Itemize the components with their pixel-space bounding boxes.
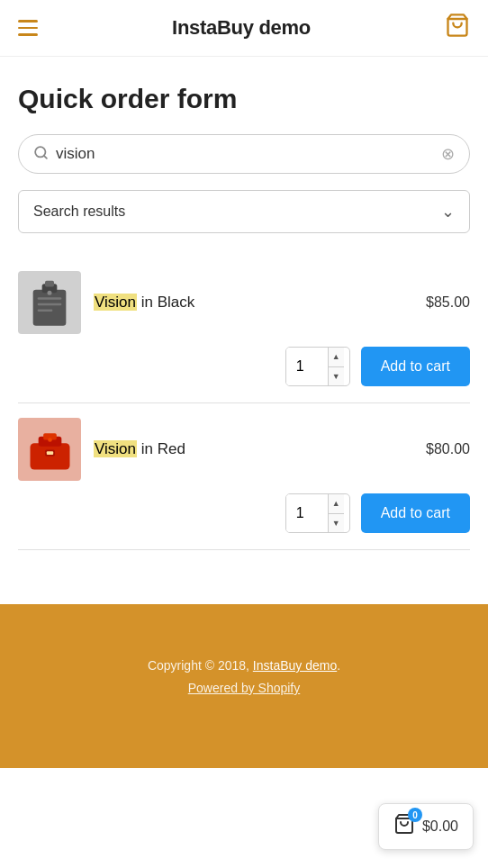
product-price: $85.00 — [426, 294, 470, 311]
product-name: Vision in Black — [94, 294, 194, 311]
svg-rect-3 — [33, 290, 67, 326]
search-results-dropdown[interactable]: Search results ⌄ — [18, 190, 470, 233]
search-clear-button[interactable]: ⊗ — [441, 144, 455, 164]
search-icon — [33, 145, 49, 164]
hamburger-menu-button[interactable] — [18, 20, 38, 36]
qty-increment-button[interactable]: ▲ — [329, 348, 344, 367]
footer-site-link[interactable]: InstaBuy demo — [253, 658, 337, 673]
dropdown-label: Search results — [33, 203, 125, 220]
qty-spinners: ▲ ▼ — [328, 348, 344, 385]
page-title: Quick order form — [18, 84, 470, 114]
product-row: Vision in Red $80.00 — [18, 418, 470, 481]
svg-line-2 — [44, 155, 47, 158]
product-info: Vision in Black — [94, 294, 413, 312]
svg-rect-5 — [45, 281, 54, 287]
svg-point-15 — [48, 438, 52, 442]
product-actions: ▲ ▼ Add to cart — [18, 493, 470, 533]
product-name: Vision in Red — [94, 440, 185, 457]
floating-cart-button[interactable]: 0 $0.00 — [378, 803, 474, 850]
header-cart-icon[interactable] — [445, 13, 470, 43]
product-image — [18, 271, 81, 334]
qty-decrement-button[interactable]: ▼ — [329, 367, 344, 386]
header: InstaBuy demo — [0, 0, 488, 57]
product-image — [18, 418, 81, 481]
footer-copyright: Copyright © 2018, InstaBuy demo. — [18, 658, 470, 673]
svg-rect-14 — [46, 451, 52, 455]
quantity-stepper[interactable]: ▲ ▼ — [285, 493, 350, 533]
qty-spinners: ▲ ▼ — [328, 494, 344, 532]
main-content: Quick order form ⊗ Search results ⌄ — [0, 57, 488, 568]
add-to-cart-button[interactable]: Add to cart — [361, 493, 470, 533]
product-item: Vision in Black $85.00 ▲ ▼ Add to cart — [18, 257, 470, 403]
qty-increment-button[interactable]: ▲ — [329, 494, 344, 514]
add-to-cart-button[interactable]: Add to cart — [361, 347, 470, 386]
cart-total: $0.00 — [422, 818, 458, 835]
svg-rect-6 — [38, 297, 62, 300]
search-input[interactable] — [56, 145, 436, 163]
quantity-input[interactable] — [286, 494, 328, 532]
search-container: ⊗ — [18, 134, 470, 174]
svg-point-9 — [48, 291, 52, 295]
svg-rect-7 — [38, 303, 62, 306]
product-info: Vision in Red — [94, 440, 413, 458]
quantity-stepper[interactable]: ▲ ▼ — [285, 347, 350, 386]
app-title: InstaBuy demo — [172, 16, 311, 40]
product-actions: ▲ ▼ Add to cart — [18, 347, 470, 386]
footer: Copyright © 2018, InstaBuy demo. Powered… — [0, 604, 488, 768]
quantity-input[interactable] — [286, 348, 328, 385]
qty-decrement-button[interactable]: ▼ — [329, 514, 344, 533]
product-item: Vision in Red $80.00 ▲ ▼ Add to cart — [18, 403, 470, 550]
product-price: $80.00 — [426, 441, 470, 457]
cart-badge-count: 0 — [408, 808, 422, 822]
svg-rect-8 — [38, 310, 53, 312]
floating-cart-icon-wrap: 0 — [393, 813, 415, 840]
chevron-down-icon: ⌄ — [441, 202, 455, 222]
footer-powered-link[interactable]: Powered by Shopify — [188, 681, 301, 695]
product-row: Vision in Black $85.00 — [18, 271, 470, 334]
product-list: Vision in Black $85.00 ▲ ▼ Add to cart — [18, 257, 470, 550]
